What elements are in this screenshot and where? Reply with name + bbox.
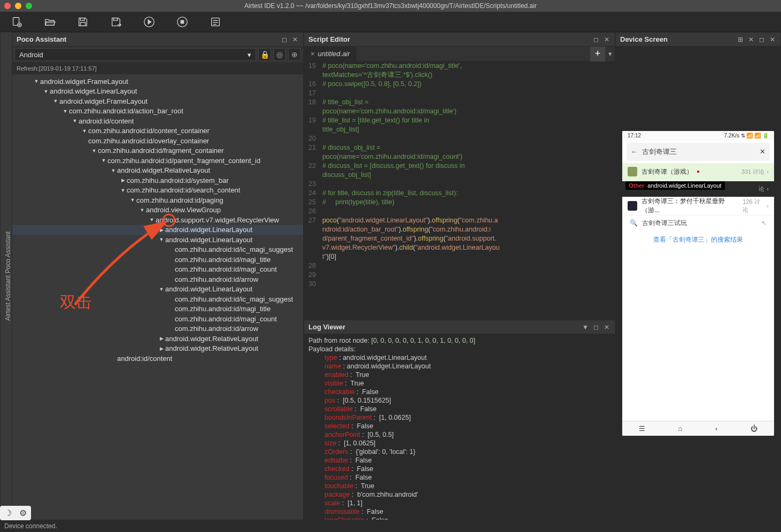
tree-node[interactable]: ▼com.zhihu.android:id/parent_fragment_co… — [12, 156, 303, 166]
panel-close-icon[interactable]: ✕ — [603, 36, 610, 43]
tree-node[interactable]: ▼android.view.ViewGroup — [12, 205, 303, 215]
tree-label: android.support.v7.widget.RecyclerView — [156, 216, 279, 224]
tools-icon[interactable]: ✕ — [747, 36, 755, 43]
open-folder-icon[interactable] — [44, 16, 56, 28]
back-nav-icon[interactable]: ‹ — [715, 425, 717, 433]
tree-node[interactable]: ▼android.widget.FrameLayout — [12, 76, 303, 87]
panel-undock-icon[interactable]: ◻ — [592, 323, 600, 331]
panel-undock-icon[interactable]: ◻ — [281, 36, 288, 43]
tree-node[interactable]: ▼android.widget.LinearLayout — [12, 284, 303, 295]
save-as-icon[interactable] — [110, 16, 122, 28]
report-icon[interactable] — [210, 16, 221, 28]
ui-tree[interactable]: ▼android.widget.FrameLayout▼android.widg… — [12, 74, 303, 520]
window-zoom-icon[interactable] — [26, 3, 32, 9]
record-icon[interactable]: ◎ — [273, 48, 286, 61]
tree-node[interactable]: android:id/content — [12, 353, 303, 364]
log-output[interactable]: Path from root node: [0, 0, 0, 0, 0, 0, … — [304, 334, 615, 520]
stop-icon[interactable] — [176, 16, 188, 28]
poco-panel-title: Poco Assistant — [17, 35, 66, 43]
tree-node[interactable]: ▼android:id/content — [12, 116, 303, 126]
dot-icon — [697, 171, 699, 173]
window-minimize-icon[interactable] — [15, 3, 21, 9]
window-close-icon[interactable] — [4, 3, 11, 9]
target-icon[interactable]: ⊞ — [737, 36, 744, 43]
tree-node[interactable]: com.zhihu.android:id/ic_magi_suggest — [12, 294, 303, 304]
power-icon[interactable]: ⏻ — [751, 425, 757, 433]
clear-icon[interactable]: ✕ — [760, 148, 765, 156]
tree-node[interactable]: ▼com.zhihu.android:id/fragment_container — [12, 146, 303, 156]
tree-node[interactable]: com.zhihu.android:id/arrow — [12, 324, 303, 334]
tree-node[interactable]: ▶android.widget.RelativeLayout — [12, 334, 303, 344]
side-tab[interactable]: Airtest Assistant Poco Assistant — [0, 32, 12, 520]
tree-node[interactable]: ▼android.widget.RelativeLayout — [12, 166, 303, 176]
gear-icon[interactable]: ⚙ — [19, 508, 27, 518]
search-all-link[interactable]: 查看「古剑奇谭三」的搜索结果 — [622, 231, 774, 249]
tab-close-icon[interactable]: × — [311, 50, 315, 58]
moon-icon[interactable]: ☽ — [4, 508, 12, 518]
tree-node[interactable]: com.zhihu.android:id/magi_count — [12, 265, 303, 275]
tree-node[interactable]: ▼com.zhihu.android:id/search_content — [12, 186, 303, 196]
tree-node[interactable]: ▼com.zhihu.android:id/action_bar_root — [12, 106, 303, 117]
editor-tab[interactable]: × untitled.air — [304, 47, 357, 61]
tree-node[interactable]: com.zhihu.android:id/magi_title — [12, 304, 303, 314]
tree-node[interactable]: ▼android.support.v7.widget.RecyclerView — [12, 215, 303, 225]
code-editor[interactable]: 15161718192021222324252627282930 # poco(… — [304, 61, 615, 319]
tree-node[interactable]: ▼com.zhihu.android:id/paging — [12, 195, 303, 205]
poco-driver-select[interactable]: Android ▾ — [14, 48, 256, 61]
tree-node[interactable]: ▶com.zhihu.android:id/system_bar — [12, 175, 303, 186]
tree-node[interactable]: com.zhihu.android:id/overlay_container — [12, 136, 303, 146]
search-suggest[interactable]: 🔍 古剑奇谭三试玩 ↖ — [622, 215, 774, 231]
tree-label: android.widget.RelativeLayout — [117, 166, 210, 174]
row-meta: 126 讨论 — [743, 198, 764, 214]
suggest-text: 古剑奇谭三试玩 — [642, 219, 687, 228]
lock-icon[interactable]: 🔒 — [258, 48, 271, 61]
tree-node[interactable]: com.zhihu.android:id/ic_magi_suggest — [12, 245, 303, 255]
tree-node[interactable]: com.zhihu.android:id/magi_title — [12, 255, 303, 265]
tree-node[interactable]: com.zhihu.android:id/arrow — [12, 274, 303, 284]
tree-label: com.zhihu.android:id/search_content — [127, 186, 240, 194]
row-meta: 论 — [759, 185, 764, 193]
tree-node[interactable]: ▼com.zhihu.android:id/content_container — [12, 126, 303, 136]
device-mirror[interactable]: 17:12 7.2K/s ⇅ 📶 📶 🔋 ← 古剑奇谭三 ✕ 古剑奇谭（游戏） — [622, 131, 774, 436]
list-item[interactable]: 古剑奇谭三：梦付千秋星垂野（游... 126 讨论› — [622, 197, 774, 215]
tree-label: com.zhihu.android:id/ic_magi_suggest — [175, 295, 293, 303]
tree-node[interactable]: ▼android.widget.FrameLayout — [12, 96, 303, 106]
save-icon[interactable] — [77, 16, 89, 28]
panel-close-icon[interactable]: ✕ — [291, 36, 299, 43]
tree-node[interactable]: ▶android.widget.LinearLayout — [12, 225, 303, 235]
filter-icon[interactable]: ▼ — [582, 323, 589, 331]
tree-arrow-icon: ▼ — [42, 89, 50, 94]
home-icon[interactable]: ⌂ — [678, 425, 683, 433]
tree-label: com.zhihu.android:id/magi_title — [175, 305, 270, 313]
tree-arrow-icon: ▼ — [129, 197, 136, 203]
tree-arrow-icon: ▼ — [110, 168, 117, 173]
phone-search-bar[interactable]: ← 古剑奇谭三 ✕ — [627, 143, 770, 161]
run-icon[interactable] — [143, 16, 155, 28]
new-tab-button[interactable]: + — [590, 47, 605, 61]
panel-close-icon[interactable]: ✕ — [769, 36, 776, 43]
tree-node[interactable]: ▶android.widget.RelativeLayout — [12, 344, 303, 354]
panel-close-icon[interactable]: ✕ — [603, 323, 610, 331]
main-toolbar — [0, 12, 781, 32]
back-icon[interactable]: ← — [631, 148, 638, 156]
insert-icon[interactable]: ↖ — [761, 219, 767, 227]
panel-undock-icon[interactable]: ◻ — [592, 36, 600, 43]
tree-arrow-icon: ▶ — [158, 336, 165, 341]
theme-toggle-float[interactable]: ☽ ⚙ — [0, 506, 31, 520]
refresh-bar[interactable]: Refresh:[2019-01-19 17:11:57] — [12, 63, 303, 74]
menu-icon[interactable]: ☰ — [639, 425, 645, 433]
tree-node[interactable]: com.zhihu.android:id/magi_count — [12, 314, 303, 324]
tab-menu-icon[interactable]: ▾ — [605, 47, 615, 61]
editor-title: Script Editor — [308, 35, 350, 43]
inspect-icon[interactable]: ⊕ — [288, 48, 301, 61]
new-file-icon[interactable] — [11, 16, 22, 28]
tree-label: android:id/content — [79, 117, 134, 125]
tree-node[interactable]: ▼android.widget.LinearLayout — [12, 87, 303, 97]
row-title: 古剑奇谭三：梦付千秋星垂野（游... — [641, 197, 738, 215]
tree-arrow-icon: ▼ — [33, 79, 40, 84]
tree-label: com.zhihu.android:id/magi_count — [175, 315, 277, 323]
panel-undock-icon[interactable]: ◻ — [758, 36, 765, 43]
tree-node[interactable]: ▼android.widget.LinearLayout — [12, 235, 303, 245]
list-item[interactable]: 古剑奇谭（游戏） 331 讨论› — [622, 163, 774, 181]
badge-classname: android.widget.LinearLayout — [647, 182, 721, 189]
